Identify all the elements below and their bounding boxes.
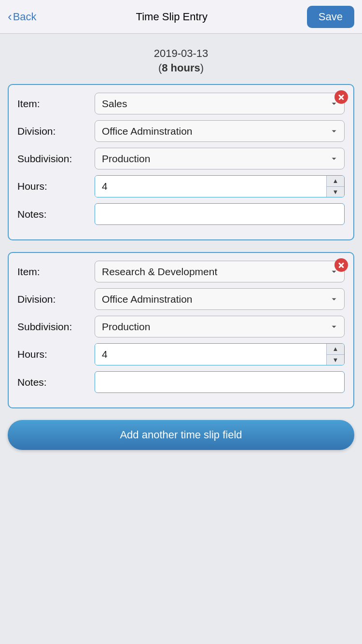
page-title: Time Slip Entry [136, 11, 208, 23]
back-label: Back [13, 11, 37, 23]
card2-notes-control [95, 371, 345, 393]
card2-subdivision-row: Subdivision: Production Development QA M… [17, 316, 345, 337]
card1-item-control: Sales Research & Development Administrat… [95, 93, 345, 114]
card1-hours-label: Hours: [17, 181, 95, 192]
card1-subdivision-label: Subdivision: [17, 153, 95, 165]
card2-division-label: Division: [17, 294, 95, 305]
card1-division-control: Office Adminstration Engineering Marketi… [95, 120, 345, 142]
card1-division-label: Division: [17, 126, 95, 137]
close-icon [334, 90, 348, 104]
close-icon-2 [334, 258, 348, 272]
card2-notes-input[interactable] [95, 371, 345, 393]
card2-division-control: Office Adminstration Engineering Marketi… [95, 288, 345, 310]
card1-hours-up-button[interactable]: ▲ [327, 176, 344, 187]
remove-card-2-button[interactable] [334, 258, 348, 272]
card1-subdivision-control: Production Development QA Management [95, 148, 345, 169]
card2-hours-input[interactable] [95, 344, 326, 365]
card1-notes-label: Notes: [17, 209, 95, 220]
card1-hours-control: ▲ ▼ [95, 175, 345, 197]
timeslip-card-1: Item: Sales Research & Development Admin… [8, 84, 354, 240]
card2-item-select[interactable]: Sales Research & Development Administrat… [95, 261, 345, 282]
card1-item-select[interactable]: Sales Research & Development Administrat… [95, 93, 345, 114]
hours-display: (8 hours) [0, 62, 362, 74]
card2-subdivision-select[interactable]: Production Development QA Management [95, 316, 345, 337]
card2-notes-label: Notes: [17, 377, 95, 388]
timeslip-card-2: Item: Sales Research & Development Admin… [8, 252, 354, 408]
back-chevron-icon: ‹ [8, 9, 12, 24]
back-button[interactable]: ‹ Back [8, 9, 37, 24]
card2-hours-control: ▲ ▼ [95, 343, 345, 365]
date-area: 2019-03-13 (8 hours) [0, 34, 362, 84]
date-display: 2019-03-13 [0, 47, 362, 60]
remove-card-1-button[interactable] [334, 90, 348, 104]
card2-item-row: Item: Sales Research & Development Admin… [17, 261, 345, 282]
card1-division-select[interactable]: Office Adminstration Engineering Marketi… [95, 120, 345, 142]
card2-hours-down-button[interactable]: ▼ [327, 355, 344, 365]
card1-subdivision-select[interactable]: Production Development QA Management [95, 148, 345, 169]
card2-hours-up-button[interactable]: ▲ [327, 344, 344, 355]
card2-spinner-buttons: ▲ ▼ [326, 344, 344, 365]
card1-hours-input[interactable] [95, 176, 326, 197]
card1-hours-down-button[interactable]: ▼ [327, 187, 344, 197]
add-timeslip-button[interactable]: Add another time slip field [8, 420, 354, 450]
card1-division-row: Division: Office Adminstration Engineeri… [17, 120, 345, 142]
card2-item-control: Sales Research & Development Administrat… [95, 261, 345, 282]
card2-hours-label: Hours: [17, 349, 95, 360]
card2-notes-row: Notes: [17, 371, 345, 393]
card1-spinner-buttons: ▲ ▼ [326, 176, 344, 197]
card1-notes-control [95, 203, 345, 225]
header: ‹ Back Time Slip Entry Save [0, 0, 362, 34]
card2-subdivision-label: Subdivision: [17, 321, 95, 333]
card1-notes-input[interactable] [95, 203, 345, 225]
card2-division-row: Division: Office Adminstration Engineeri… [17, 288, 345, 310]
card2-division-select[interactable]: Office Adminstration Engineering Marketi… [95, 288, 345, 310]
card2-hours-row: Hours: ▲ ▼ [17, 343, 345, 365]
save-button[interactable]: Save [307, 6, 354, 28]
card1-subdivision-row: Subdivision: Production Development QA M… [17, 148, 345, 169]
card1-hours-row: Hours: ▲ ▼ [17, 175, 345, 197]
card1-notes-row: Notes: [17, 203, 345, 225]
card2-hours-spinner: ▲ ▼ [95, 343, 345, 365]
card1-item-row: Item: Sales Research & Development Admin… [17, 93, 345, 114]
card2-subdivision-control: Production Development QA Management [95, 316, 345, 337]
card1-hours-spinner: ▲ ▼ [95, 175, 345, 197]
card2-item-label: Item: [17, 266, 95, 278]
card1-item-label: Item: [17, 98, 95, 110]
